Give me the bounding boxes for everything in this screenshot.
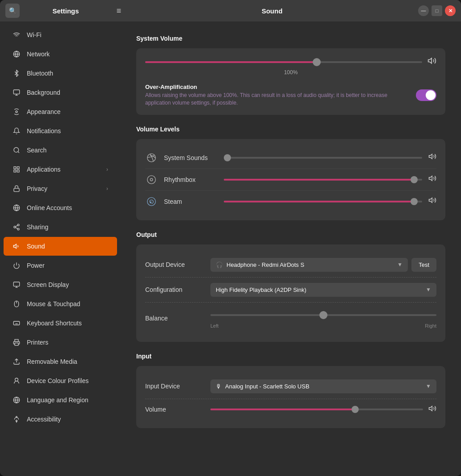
input-device-control: 🎙 Analog Input - Scarlett Solo USB ▼ <box>210 379 436 393</box>
appearance-icon <box>13 108 21 116</box>
input-card: Input Device 🎙 Analog Input - Scarlett S… <box>136 366 445 428</box>
minimize-button[interactable]: — <box>418 5 429 16</box>
sidebar-item-applications[interactable]: Applications › <box>4 160 117 179</box>
sidebar-item-accessibility[interactable]: Accessibility <box>4 410 117 429</box>
system-sounds-volume-icon[interactable] <box>428 152 436 163</box>
sidebar-item-online-accounts[interactable]: Online Accounts <box>4 198 117 217</box>
output-config-value: High Fidelity Playback (A2DP Sink) <box>216 286 306 293</box>
sidebar-item-notifications[interactable]: Notifications <box>4 122 117 140</box>
svg-rect-12 <box>14 170 16 172</box>
mouse-touchpad-icon <box>13 300 21 308</box>
sidebar-item-privacy[interactable]: Privacy › <box>4 179 117 198</box>
sidebar-item-mouse-touchpad[interactable]: Mouse & Touchpad <box>4 295 117 313</box>
sidebar-item-removable-media[interactable]: Removable Media <box>4 352 117 371</box>
balance-slider-wrap[interactable] <box>210 308 436 322</box>
maximize-button[interactable]: □ <box>432 5 442 16</box>
over-amplification-toggle[interactable] <box>416 89 436 101</box>
steam-name: Steam <box>164 198 218 205</box>
rhythmbox-track <box>224 179 422 181</box>
privacy-icon <box>13 185 21 193</box>
sidebar-item-sharing[interactable]: Sharing <box>4 218 117 236</box>
system-volume-thumb[interactable] <box>313 58 321 66</box>
input-volume-control <box>210 404 436 415</box>
svg-marker-21 <box>13 244 16 248</box>
output-device-dropdown[interactable]: 🎧 Headphone - Redmi AirDots S ▼ <box>210 258 408 272</box>
steam-slider[interactable] <box>224 197 422 206</box>
sound-icon <box>13 242 21 250</box>
applications-arrow-icon: › <box>106 166 108 173</box>
system-sounds-icon <box>145 152 158 164</box>
sidebar-item-screen-display[interactable]: Screen Display <box>4 275 117 294</box>
balance-thumb[interactable] <box>319 311 327 319</box>
system-sounds-thumb[interactable] <box>224 154 231 161</box>
input-device-label: Input Device <box>145 383 203 390</box>
sidebar-item-sound[interactable]: Sound <box>4 237 117 256</box>
input-volume-speaker-icon[interactable] <box>428 404 436 415</box>
rhythmbox-slider[interactable] <box>224 175 422 184</box>
rhythmbox-thumb[interactable] <box>411 176 418 183</box>
rhythmbox-volume-icon[interactable] <box>428 174 436 185</box>
svg-marker-38 <box>429 154 432 159</box>
input-volume-thumb[interactable] <box>352 406 359 413</box>
privacy-arrow-icon: › <box>106 185 108 192</box>
sidebar-item-bluetooth[interactable]: Bluetooth <box>4 64 117 83</box>
svg-rect-28 <box>13 321 19 325</box>
test-button[interactable]: Test <box>411 258 436 272</box>
system-sounds-slider[interactable] <box>224 153 422 162</box>
input-device-dropdown[interactable]: 🎙 Analog Input - Scarlett Solo USB ▼ <box>210 379 436 393</box>
sidebar-item-appearance[interactable]: Appearance <box>4 102 117 121</box>
output-config-dropdown-inner: High Fidelity Playback (A2DP Sink) <box>216 286 422 293</box>
page-title: Sound <box>262 7 283 15</box>
svg-point-16 <box>17 224 19 226</box>
output-config-dropdown[interactable]: High Fidelity Playback (A2DP Sink) ▼ <box>210 283 436 297</box>
content-area: System Volume 100% <box>121 21 461 476</box>
svg-rect-23 <box>13 282 19 286</box>
titlebar-menu-button[interactable]: ≡ <box>112 4 126 18</box>
device-colour-icon <box>13 377 21 385</box>
notifications-icon <box>13 127 21 135</box>
system-volume-card: 100% Over-Amplification Allows raising t… <box>136 48 445 115</box>
svg-point-31 <box>15 378 18 381</box>
system-volume-slider-track-container[interactable] <box>145 58 422 67</box>
svg-marker-41 <box>429 176 432 181</box>
sidebar-item-search[interactable]: Search <box>4 141 117 160</box>
background-icon <box>13 88 21 97</box>
balance-labels: Left Right <box>210 323 436 329</box>
volume-level-steam: Steam <box>145 190 436 212</box>
output-balance-control: Left Right <box>210 308 436 329</box>
settings-window: 🔍 Settings ≡ Sound — □ ✕ <box>0 0 461 476</box>
over-amplification-desc: Allows raising the volume above 100%. Th… <box>145 92 409 107</box>
steam-thumb[interactable] <box>411 198 418 205</box>
output-device-value: Headphone - Redmi AirDots S <box>226 261 304 268</box>
microphone-icon: 🎙 <box>216 383 222 390</box>
titlebar-search-button[interactable]: 🔍 <box>5 4 20 18</box>
sidebar-item-label-language: Language and Region <box>27 396 108 404</box>
over-amplification-row: Over-Amplification Allows raising the vo… <box>145 84 436 107</box>
sidebar-item-background[interactable]: Background <box>4 83 117 102</box>
sidebar-item-label-search: Search <box>27 147 108 154</box>
sidebar-item-power[interactable]: Power <box>4 256 117 275</box>
sidebar-item-printers[interactable]: Printers <box>4 333 117 352</box>
output-title: Output <box>136 231 445 238</box>
svg-point-43 <box>150 202 151 203</box>
sidebar-item-label-sharing: Sharing <box>27 223 108 231</box>
sidebar-item-label-notifications: Notifications <box>27 127 108 135</box>
sidebar-item-language[interactable]: Language and Region <box>4 391 117 409</box>
sidebar-item-network[interactable]: Network <box>4 45 117 63</box>
titlebar: 🔍 Settings ≡ Sound — □ ✕ <box>0 0 461 21</box>
input-volume-track <box>210 409 423 410</box>
sidebar-item-device-colour[interactable]: Device Colour Profiles <box>4 371 117 390</box>
volume-levels-title: Volume Levels <box>136 126 445 133</box>
sidebar-item-label-bluetooth: Bluetooth <box>27 70 108 77</box>
output-device-row: Output Device 🎧 Headphone - Redmi AirDot… <box>145 253 436 277</box>
menu-icon: ≡ <box>117 6 122 16</box>
steam-volume-icon[interactable] <box>428 196 436 206</box>
sidebar-item-keyboard-shortcuts[interactable]: Keyboard Shortcuts <box>4 314 117 333</box>
sidebar-item-wifi[interactable]: Wi-Fi <box>4 25 117 44</box>
svg-rect-11 <box>17 170 19 172</box>
input-device-arrow-icon: ▼ <box>426 383 431 389</box>
system-volume-fill <box>145 61 317 63</box>
sidebar-item-label-privacy: Privacy <box>27 185 100 192</box>
close-button[interactable]: ✕ <box>445 5 456 16</box>
system-volume-speaker-icon[interactable] <box>427 56 436 67</box>
